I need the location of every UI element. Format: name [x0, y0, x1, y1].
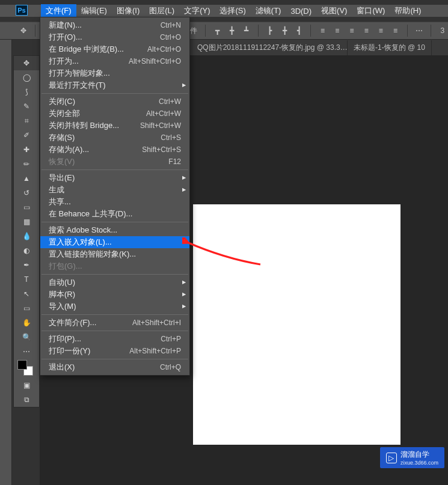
file-menu-item[interactable]: 打开(O)...Ctrl+O [40, 31, 189, 43]
file-menu-item-label: 置入链接的智能对象(K)... [49, 249, 136, 260]
file-menu-item-label: 生成 [49, 185, 64, 195]
file-menu-item-shortcut: Ctrl+Q [160, 363, 181, 371]
file-menu-item-shortcut: Ctrl+N [161, 21, 181, 29]
left-gutter: ✥ [0, 22, 12, 485]
quickmask-icon[interactable]: ▣ [14, 378, 39, 392]
file-menu-item[interactable]: 打印(P)...Ctrl+P [40, 333, 189, 345]
file-menu-item[interactable]: 置入嵌入对象(L)... [40, 236, 189, 248]
file-menu-item[interactable]: 存储(S)Ctrl+S [40, 132, 189, 144]
file-menu-item-label: 搜索 Adobe Stock... [49, 225, 117, 236]
menu-filter[interactable]: 滤镜(T) [251, 4, 286, 17]
brush-tool-icon[interactable]: ✏ [14, 157, 39, 171]
dodge-tool-icon[interactable]: ◐ [14, 243, 39, 258]
file-menu-item[interactable]: 共享... [40, 196, 189, 208]
lasso-tool-icon[interactable]: ⟆ [14, 85, 39, 99]
menu-edit[interactable]: 编辑(E) [76, 4, 112, 17]
pen-tool-icon[interactable]: ✒ [14, 258, 39, 272]
distribute-hcenter-icon[interactable]: ≡ [375, 25, 386, 37]
file-menu-item-shortcut: Shift+Ctrl+W [140, 121, 181, 130]
rectangle-tool-icon[interactable]: ▭ [14, 301, 39, 316]
menu-window[interactable]: 窗口(W) [352, 4, 390, 17]
eraser-tool-icon[interactable]: ▭ [14, 200, 39, 215]
distribute-left-icon[interactable]: ≡ [361, 25, 372, 37]
file-menu-item[interactable]: 自动(U) [40, 276, 189, 288]
menu-3d[interactable]: 3D(D) [286, 5, 316, 17]
crop-tool-icon[interactable]: ⌗ [14, 114, 39, 128]
file-menu-item-label: 在 Bridge 中浏览(B)... [49, 44, 124, 55]
distribute-right-icon[interactable]: ≡ [390, 25, 400, 37]
canvas-document[interactable] [193, 204, 400, 445]
file-menu-item[interactable]: 关闭并转到 Bridge...Shift+Ctrl+W [40, 120, 189, 132]
toolbox: ✥ ◯ ⟆ ✎ ⌗ ✐ ✚ ✏ ▲ ↺ ▭ ▦ 💧 ◐ ✒ T ↖ ▭ ✋ 🔍 … [13, 55, 40, 407]
more-options-icon[interactable]: ⋯ [414, 25, 425, 37]
file-menu-item-shortcut: Ctrl+O [160, 33, 181, 41]
foreground-color-swatch[interactable] [17, 360, 27, 370]
align-right-icon[interactable]: ┫ [293, 25, 304, 37]
3d-mode-icon[interactable]: 3 [437, 25, 448, 37]
file-menu-item[interactable]: 打开为智能对象... [40, 67, 189, 79]
align-vcenter-icon[interactable]: ╋ [226, 25, 237, 37]
file-menu-item[interactable]: 搜索 Adobe Stock... [40, 224, 189, 236]
file-menu-item[interactable]: 关闭全部Alt+Ctrl+W [40, 108, 189, 120]
file-menu-item[interactable]: 打开为...Alt+Shift+Ctrl+O [40, 55, 189, 67]
history-brush-tool-icon[interactable]: ↺ [14, 186, 39, 200]
menu-layer[interactable]: 图层(L) [144, 4, 179, 17]
menu-separator [41, 169, 188, 170]
menu-type[interactable]: 文字(Y) [179, 4, 215, 17]
file-menu-item[interactable]: 文件简介(F)...Alt+Shift+Ctrl+I [40, 317, 189, 329]
path-select-tool-icon[interactable]: ↖ [14, 287, 39, 301]
file-menu-item[interactable]: 导入(M) [40, 300, 189, 313]
type-tool-icon[interactable]: T [14, 272, 39, 287]
screenmode-icon[interactable]: ⧉ [14, 392, 39, 407]
align-hcenter-icon[interactable]: ╋ [279, 25, 290, 37]
align-bottom-icon[interactable]: ┻ [241, 25, 252, 37]
color-swatches[interactable] [14, 359, 39, 378]
file-menu-item[interactable]: 最近打开文件(T) [40, 79, 189, 91]
move-tool-preset-icon[interactable]: ✥ [18, 25, 29, 37]
zoom-tool-icon[interactable]: 🔍 [14, 330, 39, 344]
clone-stamp-tool-icon[interactable]: ▲ [14, 171, 39, 186]
document-tab[interactable]: QQ图片20181119112247-恢复的.jpg @ 33.3… × [191, 40, 348, 55]
file-menu-item-shortcut: Alt+Shift+Ctrl+P [129, 347, 181, 355]
menu-separator [41, 222, 188, 222]
menu-view[interactable]: 视图(V) [316, 4, 352, 17]
distribute-bottom-icon[interactable]: ≡ [346, 25, 357, 37]
distribute-vcenter-icon[interactable]: ≡ [332, 25, 343, 37]
file-menu-item[interactable]: 新建(N)...Ctrl+N [40, 19, 189, 31]
quick-select-tool-icon[interactable]: ✎ [14, 99, 39, 114]
move-tool-icon[interactable]: ✥ [14, 56, 39, 70]
file-menu-item[interactable]: 打印一份(Y)Alt+Shift+Ctrl+P [40, 345, 189, 357]
distribute-top-icon[interactable]: ≡ [317, 25, 328, 37]
align-left-icon[interactable]: ┣ [265, 25, 275, 37]
blur-tool-icon[interactable]: 💧 [14, 229, 39, 243]
file-menu-item[interactable]: 存储为(A)...Shift+Ctrl+S [40, 144, 189, 156]
menu-image[interactable]: 图像(I) [112, 4, 144, 17]
file-menu-item[interactable]: 脚本(R) [40, 288, 189, 300]
file-menu-item-label: 关闭(C) [49, 96, 75, 107]
menu-help[interactable]: 帮助(H) [390, 4, 426, 17]
file-menu-item-label: 自动(U) [49, 277, 75, 288]
file-menu-item-shortcut: Alt+Ctrl+W [146, 109, 181, 118]
file-menu-item[interactable]: 关闭(C)Ctrl+W [40, 96, 189, 108]
spot-heal-tool-icon[interactable]: ✚ [14, 142, 39, 157]
hand-tool-icon[interactable]: ✋ [14, 316, 39, 330]
file-menu-item-label: 打开(O)... [49, 32, 82, 43]
file-menu-item-shortcut: Ctrl+S [161, 133, 181, 142]
file-menu-item-label: 置入嵌入对象(L)... [49, 237, 112, 248]
file-menu-item[interactable]: 生成 [40, 184, 189, 196]
menu-file[interactable]: 文件(F) [41, 4, 76, 17]
file-menu-item-shortcut: Alt+Ctrl+O [147, 45, 181, 53]
gradient-tool-icon[interactable]: ▦ [14, 215, 39, 229]
file-menu-item[interactable]: 在 Behance 上共享(D)... [40, 208, 189, 220]
file-menu-item[interactable]: 导出(E) [40, 172, 189, 184]
file-menu-item[interactable]: 置入链接的智能对象(K)... [40, 248, 189, 260]
file-menu-item[interactable]: 退出(X)Ctrl+Q [40, 361, 189, 373]
menu-select[interactable]: 选择(S) [215, 4, 250, 17]
file-menu-item[interactable]: 在 Bridge 中浏览(B)...Alt+Ctrl+O [40, 43, 189, 55]
marquee-tool-icon[interactable]: ◯ [14, 70, 39, 85]
document-tab[interactable]: 未标题-1-恢复的 @ 10 [348, 40, 432, 55]
file-menu-item-label: 在 Behance 上共享(D)... [49, 209, 132, 219]
align-top-icon[interactable]: ┳ [212, 25, 222, 37]
eyedropper-tool-icon[interactable]: ✐ [14, 128, 39, 142]
edit-toolbar-icon[interactable]: ⋯ [14, 344, 39, 359]
